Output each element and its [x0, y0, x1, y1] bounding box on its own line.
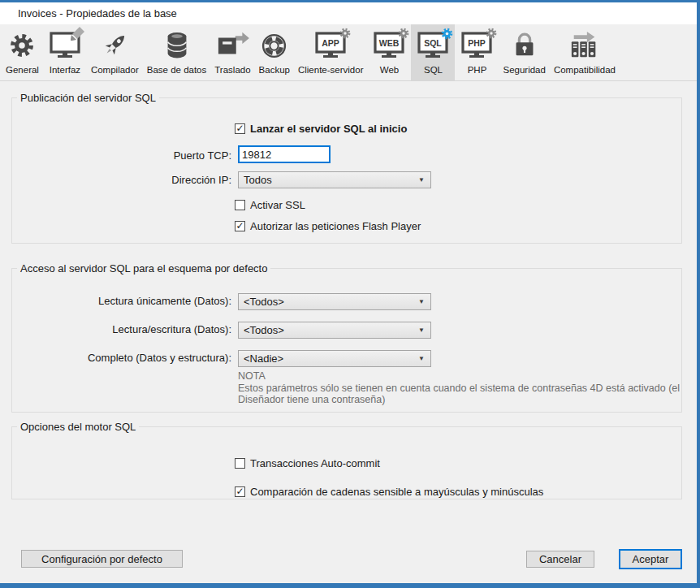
- chevron-down-icon: ▼: [418, 326, 425, 334]
- dropdown-value: Todos: [244, 174, 272, 186]
- svg-text:PHP: PHP: [469, 38, 486, 48]
- checkbox[interactable]: ✓: [235, 123, 245, 134]
- note-title: NOTA: [238, 370, 681, 383]
- cancel-button[interactable]: Cancelar: [526, 551, 594, 568]
- ok-button[interactable]: Aceptar: [619, 549, 682, 569]
- checkbox-label: Transacciones Auto-commit: [250, 457, 380, 469]
- database-icon: [162, 28, 192, 63]
- lock-icon: [509, 28, 540, 63]
- properties-dialog: Invoices - Propiedades de la base Genera…: [0, 0, 700, 588]
- window-title: Invoices - Propiedades de la base: [18, 2, 177, 24]
- toolbar-item-sql[interactable]: SQL SQL: [411, 24, 455, 80]
- checkbox[interactable]: [235, 458, 245, 469]
- toolbar-item-label: Base de datos: [147, 65, 207, 75]
- full-access-dropdown[interactable]: <Nadie> ▼: [238, 350, 431, 367]
- php-monitor-gear-icon: PHP: [459, 28, 495, 63]
- box-arrow-icon: [214, 28, 250, 63]
- checkbox[interactable]: ✓: [235, 221, 245, 231]
- toolbar-item-label: PHP: [468, 65, 487, 75]
- monitor-pencil-icon: [47, 28, 83, 63]
- case-sensitive-checkbox-row[interactable]: ✓ Comparación de cadenas sensible a mayú…: [235, 486, 543, 498]
- toolbar-item-label: Traslado: [214, 65, 250, 75]
- tcp-port-input[interactable]: [238, 145, 331, 163]
- group-title: Opciones del motor SQL: [17, 421, 139, 433]
- toolbar-item-label: SQL: [424, 65, 443, 75]
- sql-monitor-gear-icon: SQL: [415, 28, 451, 63]
- toolbar-item-label: Cliente-servidor: [298, 65, 364, 75]
- toolbar-item-compilador[interactable]: Compilador: [87, 24, 143, 80]
- dropdown-value: <Nadie>: [244, 352, 283, 365]
- chevron-down-icon: ▼: [418, 298, 425, 305]
- autocommit-checkbox-row[interactable]: Transacciones Auto-commit: [235, 457, 380, 469]
- toolbar-item-label: General: [6, 65, 39, 75]
- toolbar-item-base-de-datos[interactable]: Base de datos: [143, 24, 211, 80]
- full-access-label: Completo (Datos y estructura):: [32, 352, 231, 364]
- activate-ssl-checkbox-row[interactable]: Activar SSL: [235, 199, 305, 211]
- web-monitor-gear-icon: WEB: [371, 28, 407, 63]
- checkbox-label: Activar SSL: [250, 199, 305, 211]
- toolbar-item-label: Interfaz: [50, 65, 80, 75]
- toolbar-item-backup[interactable]: Backup: [255, 24, 294, 80]
- lifebuoy-icon: [259, 28, 289, 63]
- read-write-label: Lectura/escritura (Datos):: [32, 323, 231, 335]
- checkbox-label: Comparación de cadenas sensible a mayúsc…: [250, 486, 543, 498]
- app-monitor-gear-icon: APP: [313, 28, 348, 63]
- toolbar-item-compatibilidad[interactable]: Compatibilidad: [550, 24, 620, 80]
- toolbar-item-label: Compatibilidad: [554, 65, 616, 75]
- gear-icon: [7, 28, 37, 63]
- chevron-down-icon: ▼: [418, 355, 425, 362]
- rocket-icon: [99, 28, 130, 63]
- note-block: NOTA Estos parámetros sólo se tienen en …: [238, 370, 681, 406]
- dropdown-value: <Todos>: [244, 296, 284, 308]
- dropdown-value: <Todos>: [244, 324, 284, 336]
- flash-player-checkbox-row[interactable]: ✓ Autorizar las peticiones Flash Player: [235, 220, 421, 232]
- tcp-port-label: Puerto TCP:: [81, 149, 231, 162]
- toolbar-item-label: Compilador: [91, 65, 139, 75]
- toolbar-item-label: Web: [380, 65, 399, 75]
- launch-sql-server-checkbox-row[interactable]: ✓ Lanzar el servidor SQL al inicio: [235, 123, 407, 135]
- toolbar-item-php[interactable]: PHP PHP: [455, 24, 499, 80]
- toolbar-item-web[interactable]: WEB Web: [367, 24, 411, 80]
- toolbar-item-seguridad[interactable]: Seguridad: [499, 24, 549, 80]
- svg-text:APP: APP: [322, 38, 339, 48]
- toolbar-item-general[interactable]: General: [2, 24, 43, 80]
- note-text: Estos parámetros sólo se tienen en cuent…: [238, 383, 681, 406]
- checkbox-label: Lanzar el servidor SQL al inicio: [250, 123, 407, 135]
- toolbar-item-cliente-servidor[interactable]: APP Cliente-servidor: [294, 24, 368, 80]
- toolbar-item-interfaz[interactable]: Interfaz: [43, 24, 87, 80]
- checkbox[interactable]: [235, 200, 245, 210]
- binders-arrow-icon: [566, 28, 603, 63]
- group-title: Publicación del servidor SQL: [17, 92, 159, 104]
- toolbar-item-label: Seguridad: [503, 65, 545, 75]
- chevron-down-icon: ▼: [418, 176, 425, 184]
- ip-address-dropdown[interactable]: Todos ▼: [238, 171, 431, 188]
- checkbox-label: Autorizar las peticiones Flash Player: [250, 220, 421, 232]
- toolbar-item-label: Backup: [259, 65, 290, 75]
- title-bar: Invoices - Propiedades de la base: [0, 2, 697, 24]
- ip-address-label: Dirección IP:: [81, 174, 231, 186]
- checkbox[interactable]: ✓: [235, 486, 245, 497]
- toolbar-item-traslado[interactable]: Traslado: [210, 24, 254, 80]
- read-only-dropdown[interactable]: <Todos> ▼: [238, 293, 431, 310]
- default-config-button[interactable]: Configuración por defecto: [21, 550, 183, 568]
- toolbar: General Interfaz Compilador Base de dato…: [0, 24, 697, 81]
- group-title: Acceso al servidor SQL para el esquema p…: [17, 262, 270, 275]
- read-write-dropdown[interactable]: <Todos> ▼: [238, 322, 431, 339]
- svg-text:WEB: WEB: [379, 38, 400, 48]
- read-only-label: Lectura únicamente (Datos):: [32, 295, 231, 307]
